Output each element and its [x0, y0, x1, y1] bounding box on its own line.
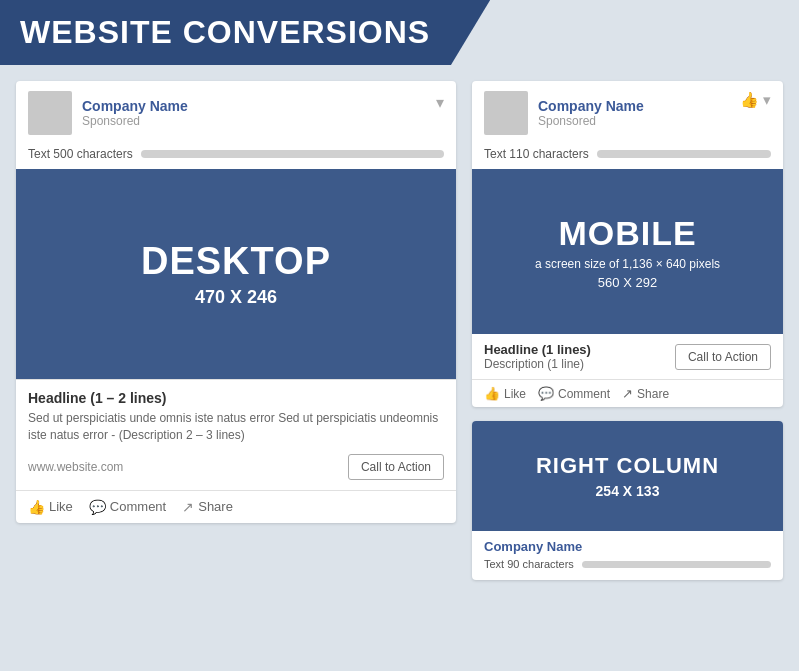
mobile-headline-row: Headline (1 lines) Description (1 line) …	[472, 334, 783, 380]
mobile-headline-title: Headline (1 lines)	[484, 342, 591, 357]
mobile-comment-icon	[538, 386, 554, 401]
mobile-text-bar-row: Text 110 characters	[472, 141, 783, 169]
mobile-image-size: 560 X 292	[598, 275, 657, 290]
text-progress-bar	[141, 150, 444, 158]
like-icon: 👍	[28, 499, 45, 515]
mobile-text-chars-label: Text 110 characters	[484, 147, 589, 161]
headline-section: Headline (1 – 2 lines) Sed ut perspiciat…	[16, 379, 456, 448]
mobile-comment-label: Comment	[558, 387, 610, 401]
mobile-text-progress-bar	[597, 150, 771, 158]
mobile-ad-image: MOBILE a screen size of 1,136 × 640 pixe…	[472, 169, 783, 334]
mobile-desc-label: Description (1 line)	[484, 357, 591, 371]
cta-row: www.website.com Call to Action	[16, 448, 456, 491]
website-url: www.website.com	[28, 460, 123, 474]
mobile-share-action[interactable]: Share	[622, 386, 669, 401]
desktop-card-header: Company Name Sponsored ▾	[16, 81, 456, 141]
thumbs-up-icon[interactable]: 👍	[740, 91, 759, 109]
chevron-down-icon[interactable]: ▾	[436, 93, 444, 112]
right-text-progress-bar	[582, 561, 771, 568]
cta-button[interactable]: Call to Action	[348, 454, 444, 480]
mobile-share-icon	[622, 386, 633, 401]
desktop-image-title: DESKTOP	[141, 240, 331, 283]
mobile-actions-row: Like Comment Share	[472, 380, 783, 407]
right-column-ad-card: RIGHT COLUMN 254 X 133 Company Name Text…	[472, 421, 783, 580]
sponsored-label: Sponsored	[82, 114, 188, 128]
company-info: Company Name Sponsored	[82, 98, 188, 128]
mobile-avatar	[484, 91, 528, 135]
mobile-like-icon	[484, 386, 500, 401]
desktop-ad-image: DESKTOP 470 X 246	[16, 169, 456, 379]
mobile-like-label: Like	[504, 387, 526, 401]
like-action[interactable]: 👍 Like	[28, 499, 73, 515]
share-icon: ↗	[182, 499, 194, 515]
mobile-ad-card: Company Name Sponsored 👍 ▾ Text 110 char…	[472, 81, 783, 407]
mobile-sponsored-label: Sponsored	[538, 114, 644, 128]
right-text-chars-label: Text 90 characters	[484, 558, 574, 570]
text-chars-label: Text 500 characters	[28, 147, 133, 161]
comment-action[interactable]: 💬 Comment	[89, 499, 166, 515]
avatar	[28, 91, 72, 135]
main-content: Company Name Sponsored ▾ Text 500 charac…	[0, 65, 799, 596]
comment-icon: 💬	[89, 499, 106, 515]
right-company-name: Company Name	[484, 539, 771, 554]
headline-title: Headline (1 – 2 lines)	[28, 390, 444, 406]
mobile-cta-button[interactable]: Call to Action	[675, 344, 771, 370]
right-image-title: RIGHT COLUMN	[536, 453, 719, 479]
share-label: Share	[198, 499, 233, 514]
right-text-bar-row: Text 90 characters	[484, 558, 771, 570]
mobile-like-action[interactable]: Like	[484, 386, 526, 401]
mobile-headline-text: Headline (1 lines) Description (1 line)	[484, 342, 591, 371]
like-label: Like	[49, 499, 73, 514]
right-ad-image: RIGHT COLUMN 254 X 133	[472, 421, 783, 531]
right-column: Company Name Sponsored 👍 ▾ Text 110 char…	[472, 81, 783, 580]
mobile-header-actions: 👍 ▾	[740, 91, 771, 109]
mobile-company-info: Company Name Sponsored	[538, 98, 644, 128]
company-name: Company Name	[82, 98, 188, 114]
mobile-company-name: Company Name	[538, 98, 644, 114]
desktop-ad-card: Company Name Sponsored ▾ Text 500 charac…	[16, 81, 456, 523]
share-action[interactable]: ↗ Share	[182, 499, 233, 515]
right-image-size: 254 X 133	[596, 483, 660, 499]
desktop-image-size: 470 X 246	[195, 287, 277, 308]
mobile-screen-size-label: a screen size of 1,136 × 640 pixels	[535, 257, 720, 271]
text-bar-row: Text 500 characters	[16, 141, 456, 169]
mobile-comment-action[interactable]: Comment	[538, 386, 610, 401]
mobile-share-label: Share	[637, 387, 669, 401]
actions-row: 👍 Like 💬 Comment ↗ Share	[16, 491, 456, 523]
header-banner: WEBSITE CONVERSIONS	[0, 0, 490, 65]
mobile-card-header: Company Name Sponsored 👍 ▾	[472, 81, 783, 141]
headline-description: Sed ut perspiciatis unde omnis iste natu…	[28, 410, 444, 444]
mobile-chevron-icon[interactable]: ▾	[763, 91, 771, 109]
mobile-image-title: MOBILE	[558, 214, 696, 253]
page-title: WEBSITE CONVERSIONS	[20, 14, 430, 50]
right-card-body: Company Name Text 90 characters	[472, 531, 783, 580]
comment-label: Comment	[110, 499, 166, 514]
